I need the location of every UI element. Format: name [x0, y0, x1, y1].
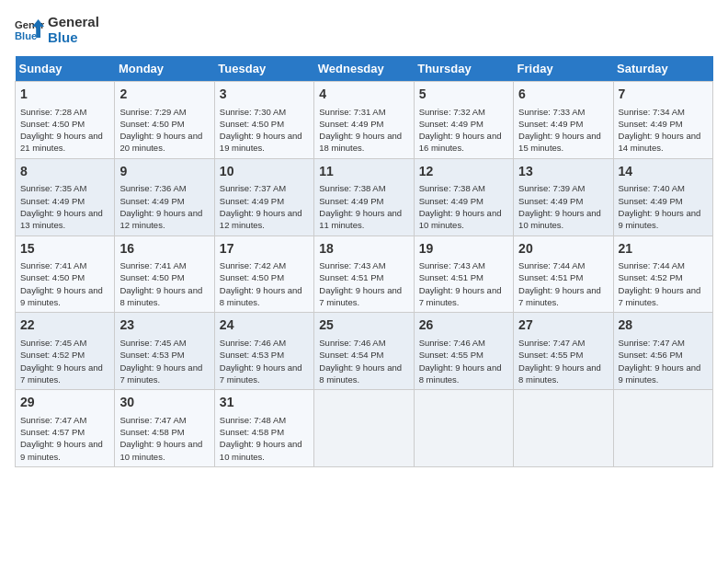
- day-number: 7: [619, 86, 708, 104]
- calendar-cell: 27 Sunrise: 7:47 AM Sunset: 4:55 PM Dayl…: [514, 313, 613, 390]
- day-info: Sunrise: 7:47 AM Sunset: 4:57 PM Dayligh…: [20, 414, 109, 463]
- day-info: Sunrise: 7:29 AM Sunset: 4:50 PM Dayligh…: [119, 106, 209, 155]
- day-number: 12: [419, 163, 508, 181]
- page-header: General Blue General Blue: [15, 15, 713, 45]
- day-info: Sunrise: 7:44 AM Sunset: 4:52 PM Dayligh…: [619, 259, 708, 308]
- calendar-week-4: 22 Sunrise: 7:45 AM Sunset: 4:52 PM Dayl…: [16, 313, 713, 390]
- calendar-week-3: 15 Sunrise: 7:41 AM Sunset: 4:50 PM Dayl…: [16, 236, 713, 313]
- day-info: Sunrise: 7:47 AM Sunset: 4:55 PM Dayligh…: [518, 337, 608, 385]
- day-info: Sunrise: 7:40 AM Sunset: 4:49 PM Dayligh…: [619, 182, 708, 231]
- day-number: 25: [319, 316, 408, 335]
- col-header-wednesday: Wednesday: [314, 56, 414, 82]
- svg-text:Blue: Blue: [15, 29, 37, 40]
- day-info: Sunrise: 7:34 AM Sunset: 4:49 PM Dayligh…: [619, 106, 708, 155]
- day-info: Sunrise: 7:38 AM Sunset: 4:49 PM Dayligh…: [319, 182, 408, 231]
- day-number: 15: [20, 240, 109, 259]
- calendar-cell: 25 Sunrise: 7:46 AM Sunset: 4:54 PM Dayl…: [314, 313, 414, 390]
- calendar-cell: [414, 390, 513, 467]
- day-number: 22: [20, 316, 109, 335]
- calendar-cell: 22 Sunrise: 7:45 AM Sunset: 4:52 PM Dayl…: [16, 313, 115, 390]
- day-info: Sunrise: 7:39 AM Sunset: 4:49 PM Dayligh…: [518, 182, 608, 231]
- day-info: Sunrise: 7:47 AM Sunset: 4:58 PM Dayligh…: [119, 414, 209, 463]
- day-number: 26: [419, 316, 508, 335]
- day-number: 10: [220, 163, 309, 181]
- day-info: Sunrise: 7:33 AM Sunset: 4:49 PM Dayligh…: [518, 106, 608, 155]
- day-number: 6: [518, 86, 608, 104]
- day-info: Sunrise: 7:46 AM Sunset: 4:53 PM Dayligh…: [220, 337, 309, 385]
- calendar-cell: 31 Sunrise: 7:48 AM Sunset: 4:58 PM Dayl…: [214, 390, 313, 467]
- day-info: Sunrise: 7:31 AM Sunset: 4:49 PM Dayligh…: [319, 106, 408, 155]
- calendar-cell: 1 Sunrise: 7:28 AM Sunset: 4:50 PM Dayli…: [16, 82, 115, 159]
- day-number: 11: [319, 163, 408, 181]
- calendar-cell: [514, 390, 613, 467]
- day-number: 13: [518, 163, 608, 181]
- calendar-cell: 30 Sunrise: 7:47 AM Sunset: 4:58 PM Dayl…: [115, 390, 214, 467]
- day-info: Sunrise: 7:48 AM Sunset: 4:58 PM Dayligh…: [220, 414, 309, 463]
- day-number: 18: [319, 240, 408, 259]
- day-info: Sunrise: 7:47 AM Sunset: 4:56 PM Dayligh…: [619, 337, 708, 385]
- day-info: Sunrise: 7:41 AM Sunset: 4:50 PM Dayligh…: [119, 259, 209, 308]
- col-header-thursday: Thursday: [414, 56, 513, 82]
- day-number: 17: [220, 240, 309, 259]
- day-number: 21: [619, 240, 708, 259]
- calendar-cell: 23 Sunrise: 7:45 AM Sunset: 4:53 PM Dayl…: [115, 313, 214, 390]
- logo-general: General: [48, 15, 99, 30]
- calendar-cell: 8 Sunrise: 7:35 AM Sunset: 4:49 PM Dayli…: [16, 158, 115, 236]
- calendar-cell: 10 Sunrise: 7:37 AM Sunset: 4:49 PM Dayl…: [214, 158, 313, 236]
- col-header-monday: Monday: [115, 56, 214, 82]
- day-number: 5: [419, 86, 508, 104]
- col-header-sunday: Sunday: [16, 56, 115, 82]
- day-number: 28: [619, 316, 708, 335]
- calendar-cell: 3 Sunrise: 7:30 AM Sunset: 4:50 PM Dayli…: [214, 82, 313, 159]
- logo: General Blue General Blue: [15, 15, 99, 45]
- logo-blue: Blue: [48, 30, 99, 46]
- calendar-cell: [314, 390, 414, 467]
- day-info: Sunrise: 7:36 AM Sunset: 4:49 PM Dayligh…: [119, 182, 209, 231]
- calendar-cell: 13 Sunrise: 7:39 AM Sunset: 4:49 PM Dayl…: [514, 158, 613, 236]
- day-number: 8: [20, 163, 109, 181]
- day-number: 1: [20, 86, 109, 104]
- calendar-cell: 4 Sunrise: 7:31 AM Sunset: 4:49 PM Dayli…: [314, 82, 414, 159]
- calendar-cell: [613, 390, 712, 467]
- day-number: 19: [419, 240, 508, 259]
- calendar-cell: 15 Sunrise: 7:41 AM Sunset: 4:50 PM Dayl…: [16, 236, 115, 313]
- day-info: Sunrise: 7:45 AM Sunset: 4:53 PM Dayligh…: [119, 337, 209, 385]
- calendar-cell: 16 Sunrise: 7:41 AM Sunset: 4:50 PM Dayl…: [115, 236, 214, 313]
- calendar-week-1: 1 Sunrise: 7:28 AM Sunset: 4:50 PM Dayli…: [16, 82, 713, 159]
- day-info: Sunrise: 7:46 AM Sunset: 4:54 PM Dayligh…: [319, 337, 408, 385]
- calendar-cell: 7 Sunrise: 7:34 AM Sunset: 4:49 PM Dayli…: [613, 82, 712, 159]
- calendar-cell: 21 Sunrise: 7:44 AM Sunset: 4:52 PM Dayl…: [613, 236, 712, 313]
- calendar-cell: 14 Sunrise: 7:40 AM Sunset: 4:49 PM Dayl…: [613, 158, 712, 236]
- day-info: Sunrise: 7:43 AM Sunset: 4:51 PM Dayligh…: [319, 259, 408, 308]
- calendar-cell: 9 Sunrise: 7:36 AM Sunset: 4:49 PM Dayli…: [115, 158, 214, 236]
- calendar-cell: 5 Sunrise: 7:32 AM Sunset: 4:49 PM Dayli…: [414, 82, 513, 159]
- day-number: 29: [20, 394, 109, 412]
- day-number: 2: [119, 86, 209, 104]
- calendar-cell: 19 Sunrise: 7:43 AM Sunset: 4:51 PM Dayl…: [414, 236, 513, 313]
- day-number: 27: [518, 316, 608, 335]
- day-info: Sunrise: 7:44 AM Sunset: 4:51 PM Dayligh…: [518, 259, 608, 308]
- calendar-table: SundayMondayTuesdayWednesdayThursdayFrid…: [15, 56, 713, 467]
- day-info: Sunrise: 7:42 AM Sunset: 4:50 PM Dayligh…: [220, 259, 309, 308]
- day-info: Sunrise: 7:30 AM Sunset: 4:50 PM Dayligh…: [220, 106, 309, 155]
- calendar-cell: 6 Sunrise: 7:33 AM Sunset: 4:49 PM Dayli…: [514, 82, 613, 159]
- calendar-cell: 24 Sunrise: 7:46 AM Sunset: 4:53 PM Dayl…: [214, 313, 313, 390]
- day-number: 24: [220, 316, 309, 335]
- calendar-cell: 12 Sunrise: 7:38 AM Sunset: 4:49 PM Dayl…: [414, 158, 513, 236]
- logo-icon: General Blue: [15, 16, 44, 45]
- day-info: Sunrise: 7:43 AM Sunset: 4:51 PM Dayligh…: [419, 259, 508, 308]
- calendar-week-2: 8 Sunrise: 7:35 AM Sunset: 4:49 PM Dayli…: [16, 158, 713, 236]
- day-info: Sunrise: 7:46 AM Sunset: 4:55 PM Dayligh…: [419, 337, 508, 385]
- day-info: Sunrise: 7:45 AM Sunset: 4:52 PM Dayligh…: [20, 337, 109, 385]
- calendar-cell: 2 Sunrise: 7:29 AM Sunset: 4:50 PM Dayli…: [115, 82, 214, 159]
- day-number: 30: [119, 394, 209, 412]
- day-number: 20: [518, 240, 608, 259]
- calendar-cell: 18 Sunrise: 7:43 AM Sunset: 4:51 PM Dayl…: [314, 236, 414, 313]
- calendar-cell: 28 Sunrise: 7:47 AM Sunset: 4:56 PM Dayl…: [613, 313, 712, 390]
- day-number: 3: [220, 86, 309, 104]
- day-info: Sunrise: 7:38 AM Sunset: 4:49 PM Dayligh…: [419, 182, 508, 231]
- col-header-tuesday: Tuesday: [214, 56, 313, 82]
- day-info: Sunrise: 7:41 AM Sunset: 4:50 PM Dayligh…: [20, 259, 109, 308]
- day-info: Sunrise: 7:28 AM Sunset: 4:50 PM Dayligh…: [20, 106, 109, 155]
- calendar-cell: 26 Sunrise: 7:46 AM Sunset: 4:55 PM Dayl…: [414, 313, 513, 390]
